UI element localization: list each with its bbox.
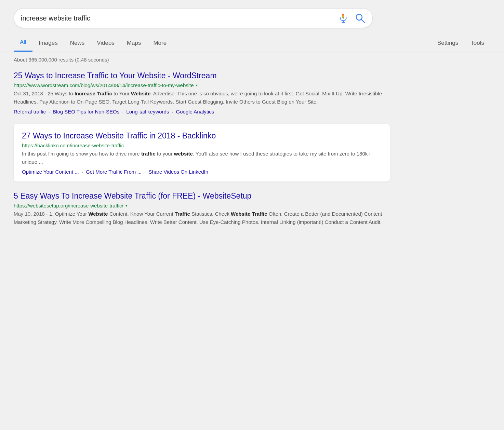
result-link-getmore[interactable]: Get More Traffic From ... xyxy=(86,169,142,175)
svg-rect-4 xyxy=(343,14,344,19)
result-websitesetup: 5 Easy Ways To Increase Website Traffic … xyxy=(14,191,390,226)
result-url-row-websitesetup: https://websitesetup.org/increase-websit… xyxy=(14,203,390,209)
result-date-wordstream: Oct 31, 2018 xyxy=(14,91,43,96)
result-link-optimize[interactable]: Optimize Your Content ... xyxy=(22,169,79,175)
svg-line-6 xyxy=(361,19,364,23)
tab-images[interactable]: Images xyxy=(32,35,64,51)
svg-rect-1 xyxy=(343,21,344,22)
mic-icon[interactable] xyxy=(338,13,348,23)
result-link-longtail[interactable]: Long-tail keywords xyxy=(126,109,169,115)
result-url-row-wordstream: https://www.wordstream.com/blog/ws/2014/… xyxy=(14,82,390,88)
result-snippet-backlinko: In this post I'm going to show you how t… xyxy=(22,150,382,166)
dropdown-arrow-wordstream[interactable]: ▾ xyxy=(196,83,198,87)
search-input[interactable] xyxy=(21,14,338,22)
result-url-backlinko: https://backlinko.com/increase-website-t… xyxy=(22,143,124,148)
result-url-wordstream: https://www.wordstream.com/blog/ws/2014/… xyxy=(14,82,194,88)
tab-tools[interactable]: Tools xyxy=(464,35,490,51)
tab-news[interactable]: News xyxy=(64,35,91,51)
result-url-websitesetup: https://websitesetup.org/increase-websit… xyxy=(14,203,123,209)
results-area: 25 Ways to Increase Traffic to Your Webs… xyxy=(0,67,504,239)
tab-settings[interactable]: Settings xyxy=(431,35,464,51)
search-bar-row xyxy=(14,8,490,28)
svg-rect-2 xyxy=(342,22,345,23)
header xyxy=(0,0,504,28)
result-url-row-backlinko: https://backlinko.com/increase-website-t… xyxy=(22,143,382,148)
tab-all[interactable]: All xyxy=(14,34,32,52)
result-link-analytics[interactable]: Google Analytics xyxy=(176,109,214,115)
search-box xyxy=(14,8,373,28)
result-links-wordstream: Referral traffic · Blog SEO Tips for Non… xyxy=(14,109,390,115)
result-snippet-wordstream: Oct 31, 2018 - 25 Ways to Increase Traff… xyxy=(14,90,390,106)
dropdown-arrow-websitesetup[interactable]: ▾ xyxy=(125,204,127,207)
search-icons xyxy=(338,13,366,24)
result-count: About 365,000,000 results (0.48 seconds) xyxy=(0,52,504,67)
tab-more[interactable]: More xyxy=(147,35,173,51)
result-title-websitesetup[interactable]: 5 Easy Ways To Increase Website Traffic … xyxy=(14,191,251,200)
result-link-sharevideos[interactable]: Share Videos On LinkedIn xyxy=(148,169,208,175)
nav-tabs: All Images News Videos Maps More Setting… xyxy=(0,34,504,52)
tab-maps[interactable]: Maps xyxy=(121,35,147,51)
result-title-backlinko[interactable]: 27 Ways to Increase Website Traffic in 2… xyxy=(22,131,216,140)
tab-videos[interactable]: Videos xyxy=(91,35,121,51)
result-snippet-websitesetup: May 10, 2018 - 1. Optimize Your Website … xyxy=(14,210,390,226)
result-link-referral[interactable]: Referral traffic xyxy=(14,109,46,115)
result-wordstream: 25 Ways to Increase Traffic to Your Webs… xyxy=(14,71,390,115)
result-link-blogseo[interactable]: Blog SEO Tips for Non-SEOs xyxy=(53,109,119,115)
result-title-wordstream[interactable]: 25 Ways to Increase Traffic to Your Webs… xyxy=(14,71,217,80)
search-icon[interactable] xyxy=(355,13,366,24)
result-links-backlinko: Optimize Your Content ... · Get More Tra… xyxy=(22,169,382,175)
result-date-websitesetup: May 10, 2018 xyxy=(14,211,45,217)
result-backlinko: 27 Ways to Increase Website Traffic in 2… xyxy=(14,124,390,182)
nav-right: Settings Tools xyxy=(431,35,490,51)
